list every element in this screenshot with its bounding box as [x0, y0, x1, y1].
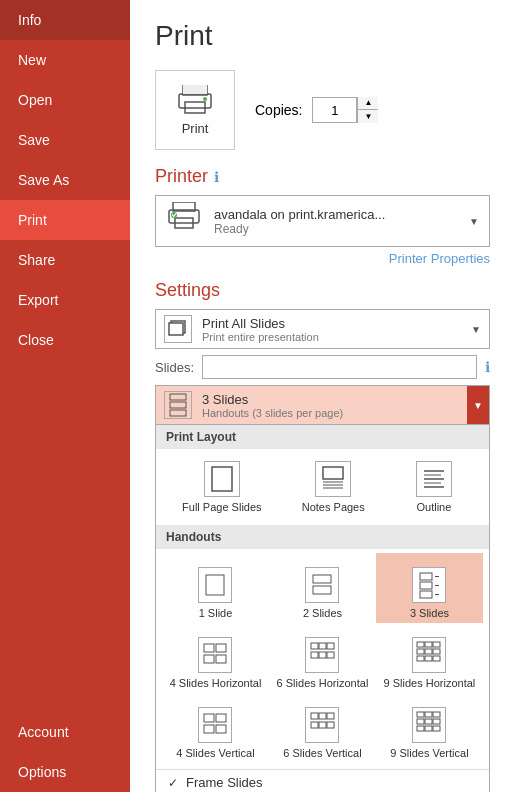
sidebar-item-options[interactable]: Options — [0, 752, 130, 792]
slides-info-icon[interactable]: ℹ — [485, 359, 490, 375]
svg-rect-34 — [216, 644, 226, 652]
svg-rect-27 — [420, 573, 432, 580]
svg-rect-66 — [425, 719, 432, 724]
handout-9v[interactable]: 9 Slides Vertical — [376, 693, 483, 763]
sidebar-item-open[interactable]: Open — [0, 80, 130, 120]
svg-rect-37 — [311, 643, 318, 649]
handout-4v-label: 4 Slides Vertical — [176, 747, 254, 759]
handout-3-slides[interactable]: 3 Slides — [376, 553, 483, 623]
svg-rect-26 — [313, 586, 331, 594]
sidebar-item-label: New — [18, 52, 46, 68]
svg-rect-63 — [425, 712, 432, 717]
handout-1-slide[interactable]: 1 Slide — [162, 553, 269, 623]
svg-rect-50 — [425, 656, 432, 661]
printer-selector[interactable]: avandala on print.kramerica... Ready ▼ — [155, 195, 490, 247]
handout-2-slides[interactable]: 2 Slides — [269, 553, 376, 623]
svg-rect-40 — [311, 652, 318, 658]
sidebar-item-info[interactable]: Info — [0, 0, 130, 40]
layout-outline[interactable]: Outline — [399, 457, 469, 517]
handout-4v-icon — [198, 707, 232, 743]
svg-rect-61 — [327, 722, 334, 728]
copies-increment[interactable]: ▲ — [358, 97, 378, 110]
svg-rect-12 — [170, 402, 186, 408]
print-button-label: Print — [182, 121, 209, 136]
sidebar-item-export[interactable]: Export — [0, 280, 130, 320]
handout-6h-label: 6 Slides Horizontal — [277, 677, 369, 689]
handout-4h-label: 4 Slides Horizontal — [170, 677, 262, 689]
sidebar-item-label: Open — [18, 92, 52, 108]
handouts-grid: 1 Slide 2 Slides — [156, 549, 489, 767]
handout-6v[interactable]: 6 Slides Vertical — [269, 693, 376, 763]
print-all-icon — [164, 315, 192, 343]
copies-input[interactable] — [312, 97, 357, 123]
option-frame-slides[interactable]: Frame Slides — [156, 772, 489, 792]
print-button-area: Print Copies: ▲ ▼ — [155, 70, 490, 150]
sidebar-item-share[interactable]: Share — [0, 240, 130, 280]
sidebar-item-account[interactable]: Account — [0, 712, 130, 752]
printer-properties-link[interactable]: Printer Properties — [155, 251, 490, 266]
svg-rect-60 — [319, 722, 326, 728]
svg-rect-4 — [183, 85, 207, 94]
sidebar-item-save[interactable]: Save — [0, 120, 130, 160]
svg-rect-39 — [327, 643, 334, 649]
svg-rect-70 — [433, 726, 440, 731]
print-all-main: Print All Slides — [202, 316, 471, 331]
svg-rect-47 — [425, 649, 432, 654]
printer-icon — [177, 85, 213, 117]
three-slides-icon — [168, 393, 188, 417]
svg-rect-24 — [206, 575, 224, 595]
printer-info-icon[interactable]: ℹ — [214, 169, 219, 185]
slides-input[interactable] — [202, 355, 477, 379]
settings-section-title: Settings — [155, 280, 220, 301]
svg-rect-53 — [216, 714, 226, 722]
frame-slides-label: Frame Slides — [186, 775, 263, 790]
slides-layout-icon — [164, 391, 192, 419]
slides-layout-sub: Handouts (3 slides per page) — [202, 407, 481, 419]
handout-4h-icon — [198, 637, 232, 673]
copies-decrement[interactable]: ▼ — [358, 110, 378, 123]
sidebar: Info New Open Save Save As Print Share E… — [0, 0, 130, 792]
main-content: Print Print Copies: ▲ ▼ — [130, 0, 515, 792]
handout-4v[interactable]: 4 Slides Vertical — [162, 693, 269, 763]
sidebar-item-save-as[interactable]: Save As — [0, 160, 130, 200]
sidebar-item-print[interactable]: Print — [0, 200, 130, 240]
sidebar-item-label: Save — [18, 132, 50, 148]
svg-rect-15 — [323, 467, 343, 479]
svg-rect-55 — [216, 725, 226, 733]
handout-3-icon — [412, 567, 446, 603]
svg-rect-1 — [179, 94, 211, 108]
layout-full-page[interactable]: Full Page Slides — [176, 457, 268, 517]
options-divider — [156, 769, 489, 770]
sidebar-item-new[interactable]: New — [0, 40, 130, 80]
sidebar-item-label: Info — [18, 12, 41, 28]
slides-icon — [168, 319, 188, 339]
layout-notes[interactable]: Notes Pages — [296, 457, 371, 517]
full-page-label: Full Page Slides — [182, 501, 262, 513]
svg-rect-57 — [319, 713, 326, 719]
slides-layout-dropdown[interactable]: 3 Slides Handouts (3 slides per page) ▼ — [155, 385, 490, 424]
handout-9h[interactable]: 9 Slides Horizontal — [376, 623, 483, 693]
svg-rect-41 — [319, 652, 326, 658]
svg-rect-49 — [417, 656, 424, 661]
svg-rect-25 — [313, 575, 331, 583]
slides-layout-main: 3 Slides — [202, 392, 481, 407]
handout-6v-icon — [305, 707, 339, 743]
print-all-slides-dropdown[interactable]: Print All Slides Print entire presentati… — [155, 309, 490, 349]
handout-3-label: 3 Slides — [410, 607, 449, 619]
svg-rect-28 — [420, 582, 432, 589]
sidebar-item-label: Print — [18, 212, 47, 228]
notes-label: Notes Pages — [302, 501, 365, 513]
print-all-arrow: ▼ — [471, 324, 481, 335]
page-title: Print — [155, 20, 490, 52]
handout-4h[interactable]: 4 Slides Horizontal — [162, 623, 269, 693]
svg-point-3 — [203, 97, 207, 101]
sidebar-item-label: Close — [18, 332, 54, 348]
handout-9v-label: 9 Slides Vertical — [390, 747, 468, 759]
print-button[interactable]: Print — [155, 70, 235, 150]
handout-2-label: 2 Slides — [303, 607, 342, 619]
slides-dropdown-arrow-orange: ▼ — [467, 386, 489, 424]
sidebar-item-close[interactable]: Close — [0, 320, 130, 360]
handout-6h[interactable]: 6 Slides Horizontal — [269, 623, 376, 693]
handout-6v-label: 6 Slides Vertical — [283, 747, 361, 759]
handout-9h-label: 9 Slides Horizontal — [384, 677, 476, 689]
